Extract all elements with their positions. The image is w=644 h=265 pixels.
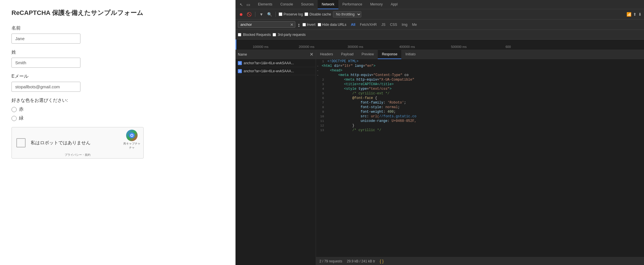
tab-headers[interactable]: Headers — [316, 50, 337, 59]
form-group-name: 名前 — [11, 25, 224, 44]
code-line-13: 13 /* cyrillic */ — [316, 128, 644, 132]
item-name-1: anchor?ar=1&k=6Le-wvkSAAA... — [244, 69, 294, 73]
tab-payload[interactable]: Payload — [337, 50, 357, 59]
tab-console[interactable]: Console — [276, 0, 297, 9]
toolbar-sep-1 — [255, 12, 255, 17]
line-num-9: 9 — [316, 110, 327, 114]
name-column-header: Name — [238, 52, 247, 56]
form-panel: ReCAPTCHA 保護を備えたサンプルフォーム 名前 姓 Eメール 好きな色を… — [0, 0, 236, 265]
blocked-requests-checkbox[interactable] — [238, 33, 241, 36]
timeline-indicator — [236, 40, 236, 50]
line-dash-1: - — [316, 64, 322, 68]
code-line-12: 12 } — [316, 123, 644, 128]
item-name-0: anchor?ar=1&k=6Le-wvkSAAA... — [244, 61, 294, 65]
tab-memory[interactable]: Memory — [366, 0, 387, 9]
code-line-4: 4 <style type="text/css"> — [316, 87, 644, 91]
filter-btn-media[interactable]: Me — [410, 22, 419, 27]
download-icon[interactable]: ⬇ — [638, 12, 642, 17]
tab-performance[interactable]: Performance — [338, 0, 366, 9]
filter-options: Invert Hide data URLs — [302, 23, 346, 27]
network-item-0[interactable]: ≡ anchor?ar=1&k=6Le-wvkSAAA... — [236, 59, 316, 67]
filter-btn-img[interactable]: Img — [399, 22, 410, 27]
recaptcha-refresh-text: 再キャプチャ チャ — [123, 142, 140, 150]
form-group-email: Eメール — [11, 73, 224, 92]
line-content-8: font-style: normal; — [327, 105, 400, 109]
cursor-pointer-icon: ↕ — [298, 22, 300, 28]
disable-cache-label: Disable cache — [309, 12, 331, 16]
filter-input-wrap: ✕ — [238, 21, 295, 28]
record-button[interactable]: ⏺ — [238, 11, 244, 17]
network-list-items: ≡ anchor?ar=1&k=6Le-wvkSAAA... ≡ anchor?… — [236, 59, 316, 265]
filter-button[interactable]: ▼ — [258, 11, 265, 17]
line-num-13: 13 — [316, 128, 327, 132]
line-content-1: <!DOCTYPE HTML> — [327, 59, 358, 63]
line-content-5: /* cyrillic-ext */ — [327, 91, 390, 96]
throttling-select[interactable]: No throttling Fast 3G Slow 3G — [333, 11, 361, 17]
network-item-1[interactable]: ≡ anchor?ar=1&k=6Le-wvkSAAA... — [236, 67, 316, 75]
status-bar: 2 / 79 requests 29.9 kB / 241 kB tr { } — [316, 257, 644, 265]
upload-icon[interactable]: ⬆ — [633, 12, 637, 17]
tab-application[interactable]: Appl — [387, 0, 402, 9]
invert-checkbox[interactable] — [302, 23, 306, 26]
line-content-3: <title>reCAPTCHA</title> — [327, 82, 394, 86]
filter-btn-all[interactable]: All — [349, 22, 358, 27]
recaptcha-checkbox[interactable] — [16, 138, 26, 147]
response-tab-bar: Headers Payload Preview Response Initiat… — [316, 50, 644, 59]
line-content-2: <meta http-equiv="X-UA-Compatible" — [327, 78, 414, 82]
clear-button[interactable]: 🚫 — [246, 11, 252, 17]
tab-elements[interactable]: Elements — [254, 0, 276, 9]
filter-btn-fetch[interactable]: Fetch/XHR — [358, 22, 379, 27]
recaptcha-box[interactable]: 私はロボットではありません 再キャプチャ チャ プライバシー・規約 — [11, 127, 144, 159]
doc-icon-0: ≡ — [238, 61, 242, 65]
disable-cache-group: Disable cache — [304, 12, 331, 16]
tab-network[interactable]: Network — [318, 0, 338, 9]
line-content-d1: <html dir="ltr" lang="en"> — [322, 64, 375, 68]
filter-btn-js[interactable]: JS — [379, 22, 388, 27]
radio-red[interactable] — [11, 107, 17, 112]
lastname-input[interactable] — [11, 58, 80, 68]
color-label: 好きな色をお選びください: — [11, 98, 224, 104]
tab-preview[interactable]: Preview — [358, 50, 378, 59]
disable-cache-checkbox[interactable] — [304, 12, 308, 16]
preserve-log-label: Preserve log — [284, 12, 303, 16]
line-content-d3: <meta http-equiv="Content-Type" co — [322, 73, 408, 77]
line-content-9: font-weight: 400; — [327, 110, 396, 114]
search-button[interactable]: 🔍 — [266, 11, 273, 17]
radio-option-green[interactable]: 緑 — [11, 115, 224, 121]
tab-initiator[interactable]: Initiato — [401, 50, 419, 59]
preserve-log-checkbox[interactable] — [279, 12, 282, 16]
line-num-8: 8 — [316, 106, 327, 109]
filter-bar: ✕ ↕ Invert Hide data URLs All Fetch/XHR … — [236, 20, 644, 30]
radio-green[interactable] — [11, 116, 17, 121]
hide-data-urls-checkbox[interactable] — [318, 23, 321, 26]
line-num-2: 2 — [316, 78, 327, 81]
cursor-icon[interactable]: ↖ — [238, 1, 245, 8]
format-json-icon[interactable]: { } — [380, 259, 383, 264]
color-group: 好きな色をお選びください: 赤 緑 — [11, 98, 224, 121]
filter-type-buttons: All Fetch/XHR JS CSS Img Me — [349, 22, 419, 27]
tab-sources[interactable]: Sources — [297, 0, 318, 9]
code-line-6: 6 @font-face { — [316, 96, 644, 100]
throttling-group: No throttling Fast 3G Slow 3G — [333, 11, 361, 17]
third-party-checkbox[interactable] — [273, 33, 276, 36]
radio-option-red[interactable]: 赤 — [11, 106, 224, 112]
line-num-12: 12 — [316, 124, 327, 127]
radio-green-label: 緑 — [19, 115, 24, 121]
recaptcha-logo: 再キャプチャ チャ — [123, 130, 140, 150]
wifi-icon[interactable]: 📶 — [626, 12, 631, 17]
line-dash-2: - — [316, 69, 322, 72]
device-icon[interactable]: ▭ — [245, 1, 252, 8]
email-input[interactable] — [11, 82, 80, 92]
code-line-3: 3 <title>reCAPTCHA</title> — [316, 82, 644, 87]
requests-count: 2 / 79 requests — [319, 259, 342, 263]
network-list-header: Name ✕ — [236, 50, 316, 59]
tab-response[interactable]: Response — [378, 50, 401, 59]
filter-clear-icon[interactable]: ✕ — [290, 22, 294, 27]
devtools-tab-bar: ↖ ▭ Elements Console Sources Network Per… — [236, 0, 644, 9]
filter-btn-css[interactable]: CSS — [388, 22, 400, 27]
invert-label: Invert — [307, 23, 315, 27]
filter-input[interactable] — [238, 21, 295, 28]
close-panel-button[interactable]: ✕ — [310, 52, 313, 57]
timeline-label-4: 400000 ms — [399, 45, 415, 48]
name-input[interactable] — [11, 34, 80, 44]
